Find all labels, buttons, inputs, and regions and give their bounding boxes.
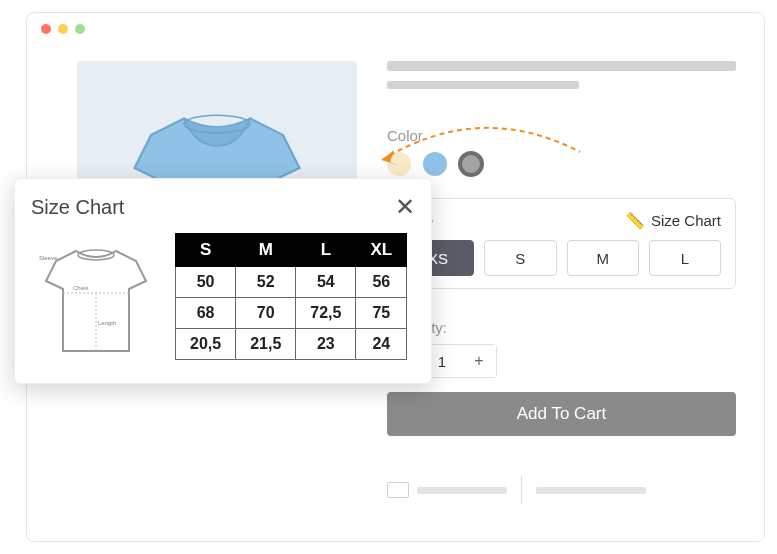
table-row: 20,5 21,5 23 24 (176, 329, 407, 360)
qty-increase-button[interactable]: + (462, 345, 496, 377)
title-placeholder (387, 61, 736, 71)
table-header: XL (356, 234, 407, 267)
ruler-icon: 📏 (625, 211, 645, 230)
svg-text:Chest: Chest (73, 285, 89, 291)
size-table: S M L XL 50 52 54 56 68 70 72,5 75 20,5 … (175, 233, 407, 360)
color-section: Color (387, 127, 736, 176)
add-to-cart-button[interactable]: Add To Cart (387, 392, 736, 436)
size-panel: Size 📏 Size Chart XS S M L (387, 198, 736, 289)
window-minimize-dot[interactable] (58, 24, 68, 34)
window-close-dot[interactable] (41, 24, 51, 34)
footer-bar-2 (536, 487, 646, 494)
color-swatches (387, 152, 736, 176)
swatch-gray[interactable] (459, 152, 483, 176)
size-chart-link-text: Size Chart (651, 212, 721, 229)
table-row: 50 52 54 56 (176, 267, 407, 298)
svg-text:Length: Length (98, 320, 116, 326)
swatch-blue[interactable] (423, 152, 447, 176)
quantity-section: Quantity: - 1 + Add To Cart (387, 319, 736, 436)
size-chart-link[interactable]: 📏 Size Chart (625, 211, 721, 230)
popup-body: Chest Sleeve Length S M L XL 50 52 54 56… (31, 233, 415, 363)
table-header-row: S M L XL (176, 234, 407, 267)
footer-divider (521, 476, 522, 504)
size-options: XS S M L (402, 240, 721, 276)
svg-text:Sleeve: Sleeve (39, 255, 58, 261)
table-header: M (236, 234, 296, 267)
popup-title: Size Chart (31, 196, 124, 219)
footer-info (387, 476, 736, 504)
table-header: S (176, 234, 236, 267)
table-header: L (296, 234, 356, 267)
measurement-diagram: Chest Sleeve Length (31, 233, 161, 363)
size-header: Size 📏 Size Chart (402, 211, 721, 230)
product-details: Color Size 📏 Size Chart XS S (387, 61, 736, 529)
quantity-label: Quantity: (387, 319, 736, 336)
subtitle-placeholder (387, 81, 579, 89)
size-btn-s[interactable]: S (484, 240, 556, 276)
close-button[interactable]: ✕ (395, 193, 415, 221)
footer-bar-1 (417, 487, 507, 494)
popup-header: Size Chart ✕ (31, 193, 415, 221)
size-chart-popup: Size Chart ✕ Chest Sleeve Length S M L X… (14, 178, 432, 384)
size-btn-l[interactable]: L (649, 240, 721, 276)
table-row: 68 70 72,5 75 (176, 298, 407, 329)
footer-item-2 (536, 487, 646, 494)
truck-icon (387, 482, 409, 498)
titlebar (27, 13, 764, 45)
swatch-cream[interactable] (387, 152, 411, 176)
size-btn-m[interactable]: M (567, 240, 639, 276)
color-label: Color (387, 127, 736, 144)
window-zoom-dot[interactable] (75, 24, 85, 34)
footer-item-1 (387, 482, 507, 498)
